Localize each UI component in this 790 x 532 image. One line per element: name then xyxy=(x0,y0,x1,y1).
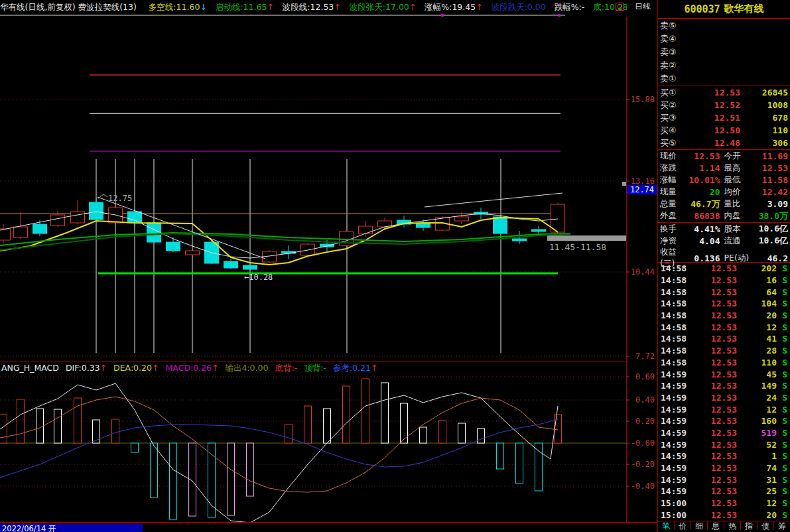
trade-row[interactable]: 14:5912.53149S xyxy=(658,380,790,392)
quote-stat-row[interactable]: 涨跌1.14最高12.53 xyxy=(658,162,790,174)
macd-bar[interactable] xyxy=(285,425,293,443)
macd-bar[interactable] xyxy=(381,383,389,443)
macd-bar[interactable] xyxy=(151,443,158,498)
candle[interactable] xyxy=(532,230,546,232)
trade-row[interactable]: 14:5812.5328S xyxy=(658,345,790,357)
period-label[interactable]: 日线 xyxy=(635,1,651,9)
bid-row[interactable]: 买②12.521008 xyxy=(658,99,790,111)
macd-bar[interactable] xyxy=(36,409,44,443)
macd-bar[interactable] xyxy=(170,443,177,519)
trade-row[interactable]: 14:5812.53110S xyxy=(658,357,790,369)
trade-row[interactable]: 14:5812.5341S xyxy=(658,333,790,345)
ask-row[interactable]: 卖④ xyxy=(658,33,790,46)
macd-bar[interactable] xyxy=(362,379,369,443)
macd-bar[interactable] xyxy=(0,415,7,443)
quote-tab-2[interactable]: 细 xyxy=(691,521,707,530)
ask-row[interactable]: 卖② xyxy=(658,59,790,72)
trade-row[interactable]: 15:0012.5312S xyxy=(658,498,790,509)
trade-row[interactable]: 14:5912.5312S xyxy=(658,403,790,415)
quote-tab-7[interactable]: 筹 xyxy=(773,521,790,530)
macd-bar[interactable] xyxy=(516,443,523,484)
stat-label: 今开 xyxy=(724,151,755,162)
macd-bar[interactable] xyxy=(497,443,504,469)
candle[interactable] xyxy=(166,242,180,251)
trade-row[interactable]: 14:5912.5324S xyxy=(658,392,790,404)
quote-tab-6[interactable]: 债 xyxy=(757,521,773,530)
candle[interactable] xyxy=(494,217,507,233)
candle[interactable] xyxy=(147,223,161,242)
ask-row[interactable]: 卖③ xyxy=(658,46,790,59)
macd-bar[interactable] xyxy=(74,398,82,443)
quote-stat-row[interactable]: 现价12.53今开11.69 xyxy=(658,150,790,162)
bid-row[interactable]: 买①12.5326845 xyxy=(658,86,790,99)
candle[interactable] xyxy=(417,224,430,228)
quote-stat-row[interactable]: 涨幅10.01%最低11.58 xyxy=(658,174,790,186)
macd-bar[interactable] xyxy=(343,386,350,443)
macd-bar[interactable] xyxy=(324,409,331,443)
trade-row[interactable]: 14:5912.5345S xyxy=(658,368,790,380)
ask-row[interactable]: 卖① xyxy=(658,72,790,86)
trade-row[interactable]: 14:5812.5316S xyxy=(658,275,790,287)
candlestick-macd-chart[interactable]: 11.45-11.5812.75←10.2815.8813.1612.7410.… xyxy=(0,0,657,532)
trade-row[interactable]: 15:0012.5320S xyxy=(658,509,790,521)
quote-tab-1[interactable]: 价 xyxy=(674,521,691,530)
trade-row[interactable]: 14:5812.53202S xyxy=(658,263,790,275)
candle[interactable] xyxy=(51,215,65,226)
macd-bar[interactable] xyxy=(247,443,254,496)
trade-row[interactable]: 14:5812.5312S xyxy=(658,321,790,333)
trade-row[interactable]: 14:5912.53519S xyxy=(658,427,790,439)
quote-tab-5[interactable]: 指 xyxy=(740,521,757,530)
fundamental-stat-row[interactable]: 净资4.04流通10.6亿 xyxy=(658,235,790,247)
ask-label: 卖⑤ xyxy=(660,20,677,32)
candle[interactable] xyxy=(0,229,11,240)
trade-row[interactable]: 14:5912.5374S xyxy=(658,462,790,474)
bid-row[interactable]: 买③12.51678 xyxy=(658,111,790,124)
stock-header[interactable]: 600037 歌华有线 xyxy=(658,0,790,19)
macd-bar[interactable] xyxy=(535,443,543,491)
macd-bar[interactable] xyxy=(93,420,100,443)
trade-row[interactable]: 14:5912.5352S xyxy=(658,438,790,450)
trade-row[interactable]: 14:5812.53104S xyxy=(658,298,790,310)
trade-row[interactable]: 14:5912.5331S xyxy=(658,474,790,486)
macd-bar[interactable] xyxy=(228,443,235,515)
trade-row[interactable]: 14:5912.5325S xyxy=(658,486,790,498)
candle[interactable] xyxy=(128,212,142,223)
macd-bar[interactable] xyxy=(17,399,25,443)
candle[interactable] xyxy=(71,212,85,223)
quote-stat-row[interactable]: 外盘86838内盘38.0万 xyxy=(658,210,790,222)
candle[interactable] xyxy=(90,202,103,220)
ask-row[interactable]: 卖⑤ xyxy=(658,19,790,33)
candle[interactable] xyxy=(455,217,469,221)
tick-trade-list[interactable]: 14:5812.53202S14:5812.5316S14:5812.5364S… xyxy=(658,262,790,521)
macd-bar[interactable] xyxy=(478,429,485,443)
quote-tab-3[interactable]: 息 xyxy=(707,521,724,530)
macd-bar[interactable] xyxy=(420,427,427,443)
candle[interactable] xyxy=(513,239,527,241)
quote-stat-row[interactable]: 总量46.7万量比3.09 xyxy=(658,198,790,210)
macd-bar[interactable] xyxy=(439,421,446,443)
macd-bar[interactable] xyxy=(304,406,312,443)
macd-value-6: 顶背:- xyxy=(304,363,326,373)
macd-bar[interactable] xyxy=(458,423,466,443)
macd-bar[interactable] xyxy=(54,409,62,443)
candle[interactable] xyxy=(359,226,373,233)
stat-label: 均价 xyxy=(724,186,755,198)
candle[interactable] xyxy=(33,224,47,233)
candle[interactable] xyxy=(186,251,200,255)
trade-row[interactable]: 14:5912.531S xyxy=(658,450,790,462)
candle[interactable] xyxy=(14,227,28,237)
bid-row[interactable]: 买④12.50110 xyxy=(658,124,790,137)
quote-tab-4[interactable]: 热 xyxy=(724,521,740,530)
macd-bar[interactable] xyxy=(131,443,139,452)
candle[interactable] xyxy=(224,261,238,268)
macd-bar[interactable] xyxy=(112,419,119,443)
fundamental-stat-row[interactable]: 换手4.41%股本10.6亿 xyxy=(658,223,790,235)
bid-row[interactable]: 买⑤12.48306 xyxy=(658,137,790,149)
quote-stat-row[interactable]: 现量20均价12.42 xyxy=(658,186,790,198)
trade-row[interactable]: 14:5812.5320S xyxy=(658,310,790,322)
macd-bar[interactable] xyxy=(555,415,562,443)
candle[interactable] xyxy=(243,265,257,269)
trade-row[interactable]: 14:5912.53160S xyxy=(658,415,790,427)
trade-row[interactable]: 14:5812.5364S xyxy=(658,286,790,298)
quote-tab-0[interactable]: 笔 xyxy=(658,521,674,530)
